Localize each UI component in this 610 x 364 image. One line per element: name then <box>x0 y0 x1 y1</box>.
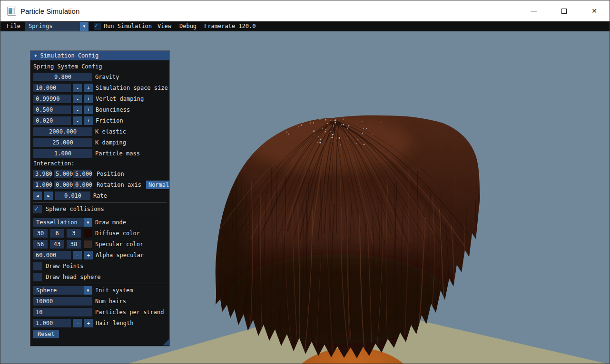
diffuse-color-label: Diffuse color <box>95 230 140 237</box>
draw-points-label: Draw Points <box>46 263 83 269</box>
k-elastic-label: K elastic <box>95 128 126 135</box>
minimize-button[interactable] <box>518 0 549 21</box>
draw-mode-label: Draw mode <box>95 219 126 226</box>
run-simulation-label[interactable]: Run Simulation <box>104 21 152 31</box>
k-damping-drag[interactable]: 25.000 <box>33 138 92 147</box>
verlet-damping-row: 0.99990 - + Verlet damping <box>33 95 169 103</box>
panel-title: Simulation Config <box>40 52 98 59</box>
num-hairs-input[interactable]: 10000 <box>33 297 92 306</box>
diffuse-g-input[interactable]: 6 <box>50 229 64 238</box>
panel-body: Spring System Config 9.800 Gravity 10.00… <box>30 60 169 338</box>
position-z-input[interactable]: 5.000 <box>73 170 91 178</box>
friction-label: Friction <box>96 117 123 124</box>
sphere-collisions-label: Sphere collisions <box>46 206 104 212</box>
bounciness-decrement-button[interactable]: - <box>73 105 82 114</box>
maximize-button[interactable] <box>549 0 579 21</box>
chevron-down-icon: ▼ <box>84 286 92 295</box>
rate-row: ◀ ▶ 0.010 Rate <box>33 192 169 200</box>
panel-titlebar[interactable]: ▼ Simulation Config <box>30 51 169 60</box>
init-system-combo[interactable]: Sphere ▼ <box>33 286 92 295</box>
titlebar[interactable]: Particle Simulation ✕ <box>0 0 610 21</box>
diffuse-b-input[interactable]: 3 <box>67 229 81 238</box>
position-y-input[interactable]: 5.000 <box>54 170 71 178</box>
rotation-z-input[interactable]: 0.000 <box>73 181 91 189</box>
framerate-readout: Framerate 120.0 <box>204 21 256 31</box>
system-combo-value: Springs <box>25 22 80 31</box>
specular-color-row: 56 43 38 Specular color <box>33 240 169 249</box>
specular-color-label: Specular color <box>95 241 143 248</box>
hair-length-input[interactable]: 1.000 <box>33 319 71 327</box>
alpha-decrement-button[interactable]: - <box>73 251 82 259</box>
sphere-collisions-checkbox[interactable]: ✓ <box>33 205 42 213</box>
draw-head-sphere-label: Draw head sphere <box>46 274 101 280</box>
bounciness-row: 0.500 - + Bounciness <box>33 105 169 114</box>
rate-right-arrow-button[interactable]: ▶ <box>44 192 53 200</box>
draw-points-row: Draw Points <box>33 262 169 270</box>
verlet-increment-button[interactable]: + <box>84 95 93 103</box>
particle-mass-drag[interactable]: 1.000 <box>33 149 92 158</box>
friction-row: 0.020 - + Friction <box>33 116 169 125</box>
space-size-decrement-button[interactable]: - <box>73 84 82 92</box>
rotation-x-input[interactable]: 1.000 <box>33 181 51 189</box>
system-combo[interactable]: Springs ▼ <box>25 22 89 31</box>
menu-view[interactable]: View <box>157 21 171 31</box>
reset-button[interactable]: Reset <box>33 330 59 338</box>
main-menu-bar: File Springs ▼ ✓ Run Simulation View Deb… <box>0 21 610 31</box>
k-elastic-drag[interactable]: 2000.000 <box>33 127 92 136</box>
close-button[interactable]: ✕ <box>579 0 610 21</box>
simulation-config-window[interactable]: ▼ Simulation Config Spring System Config… <box>30 50 170 346</box>
rate-left-arrow-button[interactable]: ◀ <box>33 192 42 200</box>
alpha-increment-button[interactable]: + <box>84 251 93 259</box>
k-damping-row: 25.000 K damping <box>33 138 169 147</box>
hair-length-label: Hair length <box>96 320 133 326</box>
draw-points-checkbox[interactable] <box>33 262 42 270</box>
position-x-input[interactable]: 3.980 <box>33 170 51 178</box>
space-size-increment-button[interactable]: + <box>84 84 93 92</box>
particles-per-strand-row: 10 Particles per strand <box>33 308 169 316</box>
bounciness-increment-button[interactable]: + <box>84 105 93 114</box>
init-system-value: Sphere <box>33 286 84 295</box>
normalize-button[interactable]: Normalize <box>146 181 170 189</box>
position-label: Position <box>97 171 124 177</box>
specular-g-input[interactable]: 43 <box>50 240 64 249</box>
alpha-specular-input[interactable]: 60.000 <box>33 251 71 259</box>
particle-mass-label: Particle mass <box>95 150 140 157</box>
chevron-down-icon: ▼ <box>80 22 89 31</box>
diffuse-r-input[interactable]: 30 <box>33 229 48 238</box>
friction-input[interactable]: 0.020 <box>33 116 71 125</box>
alpha-specular-row: 60.000 - + Alpha specular <box>33 251 169 259</box>
space-size-input[interactable]: 10.000 <box>33 84 71 92</box>
hair-length-increment-button[interactable]: + <box>84 319 93 327</box>
menu-debug[interactable]: Debug <box>179 21 197 31</box>
gravity-label: Gravity <box>95 74 119 80</box>
diffuse-color-swatch[interactable] <box>84 229 92 238</box>
specular-r-input[interactable]: 56 <box>33 240 48 249</box>
k-elastic-row: 2000.000 K elastic <box>33 127 169 136</box>
space-size-label: Simulation space size <box>96 85 168 91</box>
draw-mode-combo[interactable]: Tessellation ▼ <box>33 218 92 227</box>
verlet-damping-label: Verlet damping <box>96 96 144 102</box>
run-simulation-checkbox[interactable]: ✓ <box>94 23 101 30</box>
particles-per-strand-input[interactable]: 10 <box>33 308 92 316</box>
friction-increment-button[interactable]: + <box>84 116 93 125</box>
collapse-icon[interactable]: ▼ <box>34 53 37 58</box>
alpha-specular-label: Alpha specular <box>96 252 144 259</box>
num-hairs-label: Num hairs <box>95 298 126 305</box>
specular-b-input[interactable]: 38 <box>67 240 81 249</box>
reset-row: Reset <box>33 330 169 338</box>
space-size-row: 10.000 - + Simulation space size <box>33 84 169 92</box>
draw-head-sphere-checkbox[interactable] <box>33 273 42 281</box>
k-damping-label: K damping <box>95 139 126 146</box>
menu-file[interactable]: File <box>7 21 20 31</box>
verlet-damping-input[interactable]: 0.99990 <box>33 95 71 103</box>
hair-length-decrement-button[interactable]: - <box>73 319 82 327</box>
verlet-decrement-button[interactable]: - <box>73 95 82 103</box>
friction-decrement-button[interactable]: - <box>73 116 82 125</box>
bounciness-label: Bounciness <box>96 106 130 113</box>
bounciness-input[interactable]: 0.500 <box>33 105 71 114</box>
specular-color-swatch[interactable] <box>84 240 92 249</box>
resize-grip[interactable] <box>163 339 169 345</box>
rate-drag[interactable]: 0.010 <box>55 192 90 200</box>
rotation-y-input[interactable]: 0.000 <box>54 181 71 189</box>
gravity-drag[interactable]: 9.800 <box>33 73 92 81</box>
